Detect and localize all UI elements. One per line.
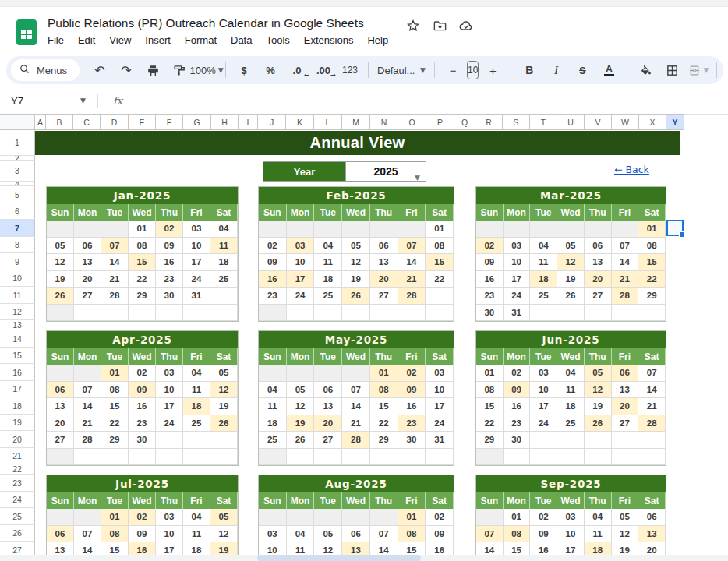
column-header-Y[interactable]: Y bbox=[666, 114, 684, 130]
day-header-fri[interactable]: Fri bbox=[612, 492, 639, 509]
calendar-day-cell[interactable]: 27 bbox=[314, 432, 342, 449]
calendar-day-cell[interactable]: 19 bbox=[557, 271, 585, 288]
calendar-day-cell[interactable]: 14 bbox=[476, 542, 504, 555]
calendar-day-cell[interactable]: 13 bbox=[314, 398, 342, 415]
calendar-day-cell[interactable]: 20 bbox=[47, 415, 74, 432]
row-header-15[interactable]: 15 bbox=[0, 348, 35, 364]
calendar-day-cell[interactable]: 23 bbox=[129, 415, 156, 432]
undo-button[interactable]: ↶ bbox=[87, 60, 112, 80]
day-header-wed[interactable]: Wed bbox=[342, 492, 370, 509]
calendar-blank-cell[interactable] bbox=[259, 365, 287, 382]
calendar-day-cell[interactable]: 08 bbox=[476, 382, 504, 399]
calendar-day-cell[interactable]: 12 bbox=[585, 382, 612, 399]
calendar-day-cell[interactable]: 21 bbox=[638, 398, 666, 415]
calendar-day-cell[interactable]: 10 bbox=[156, 526, 183, 543]
calendar-day-cell[interactable]: 18 bbox=[557, 398, 585, 415]
calendar-day-cell[interactable]: 09 bbox=[504, 382, 531, 399]
calendar-day-cell[interactable]: 22 bbox=[370, 415, 398, 432]
selected-cell-outline[interactable] bbox=[666, 220, 684, 236]
calendar-day-cell[interactable]: 21 bbox=[74, 415, 101, 432]
calendar-day-cell[interactable]: 09 bbox=[259, 254, 287, 271]
calendar-day-cell[interactable]: 02 bbox=[156, 221, 183, 238]
calendar-day-cell[interactable]: 24 bbox=[156, 415, 183, 432]
day-header-thu[interactable]: Thu bbox=[156, 492, 183, 509]
calendar-day-cell[interactable]: 01 bbox=[504, 509, 531, 526]
calendar-day-cell[interactable]: 08 bbox=[638, 238, 666, 255]
calendar-blank-cell[interactable] bbox=[476, 221, 504, 238]
calendar-day-cell[interactable]: 18 bbox=[183, 398, 210, 415]
column-header-S[interactable]: S bbox=[503, 114, 530, 130]
calendar-day-cell[interactable]: 19 bbox=[287, 415, 315, 432]
calendar-blank-cell[interactable] bbox=[426, 288, 454, 305]
calendar-day-cell[interactable]: 02 bbox=[530, 509, 557, 526]
calendar-day-cell[interactable]: 26 bbox=[287, 432, 315, 449]
row-header-17[interactable]: 17 bbox=[0, 381, 35, 397]
menu-help[interactable]: Help bbox=[367, 34, 388, 46]
number-format-button[interactable]: 123 bbox=[337, 60, 362, 80]
calendar-day-cell[interactable]: 10 bbox=[259, 542, 287, 555]
day-header-sun[interactable]: Sun bbox=[476, 492, 504, 509]
calendar-day-cell[interactable]: 28 bbox=[342, 432, 370, 449]
menu-tools[interactable]: Tools bbox=[266, 34, 289, 46]
calendar-day-cell[interactable]: 14 bbox=[74, 542, 101, 555]
star-icon[interactable] bbox=[405, 18, 421, 34]
month-title[interactable]: May-2025 bbox=[259, 331, 454, 348]
calendar-day-cell[interactable]: 16 bbox=[530, 542, 557, 555]
text-color-button[interactable]: A bbox=[596, 60, 621, 80]
day-header-wed[interactable]: Wed bbox=[557, 348, 585, 365]
calendar-day-cell[interactable]: 18 bbox=[183, 542, 210, 555]
calendar-blank-cell[interactable] bbox=[612, 432, 639, 449]
calendar-day-cell[interactable]: 24 bbox=[504, 288, 531, 305]
day-header-fri[interactable]: Fri bbox=[398, 204, 426, 221]
day-header-wed[interactable]: Wed bbox=[557, 492, 585, 509]
calendar-day-cell[interactable]: 11 bbox=[530, 254, 557, 271]
calendar-day-cell[interactable]: 27 bbox=[612, 415, 639, 432]
calendar-day-cell[interactable]: 07 bbox=[74, 382, 101, 399]
calendar-day-cell[interactable]: 07 bbox=[398, 238, 426, 255]
calendar-day-cell[interactable]: 30 bbox=[504, 432, 531, 449]
calendar-blank-cell[interactable] bbox=[585, 432, 612, 449]
calendar-day-cell[interactable]: 07 bbox=[476, 526, 504, 543]
calendar-blank-cell[interactable] bbox=[210, 449, 238, 466]
calendar-day-cell[interactable]: 30 bbox=[476, 305, 504, 322]
calendar-day-cell[interactable]: 13 bbox=[47, 542, 74, 555]
calendar-blank-cell[interactable] bbox=[47, 449, 74, 466]
column-header-P[interactable]: P bbox=[426, 114, 454, 130]
menu-edit[interactable]: Edit bbox=[78, 34, 95, 46]
calendar-day-cell[interactable]: 02 bbox=[129, 365, 156, 382]
day-header-sun[interactable]: Sun bbox=[47, 204, 74, 221]
calendar-day-cell[interactable]: 01 bbox=[398, 509, 426, 526]
calendar-day-cell[interactable]: 28 bbox=[101, 288, 129, 305]
menu-file[interactable]: File bbox=[48, 34, 64, 46]
calendar-day-cell[interactable]: 19 bbox=[47, 271, 74, 288]
day-header-tue[interactable]: Tue bbox=[530, 492, 557, 509]
calendar-day-cell[interactable]: 22 bbox=[426, 271, 454, 288]
calendar-day-cell[interactable]: 01 bbox=[476, 365, 504, 382]
day-header-sun[interactable]: Sun bbox=[259, 348, 287, 365]
calendar-day-cell[interactable]: 14 bbox=[398, 254, 426, 271]
row-header-21[interactable]: 21 bbox=[0, 448, 35, 464]
calendar-day-cell[interactable]: 16 bbox=[398, 398, 426, 415]
day-header-thu[interactable]: Thu bbox=[585, 348, 612, 365]
column-header-R[interactable]: R bbox=[475, 114, 503, 130]
calendar-blank-cell[interactable] bbox=[530, 432, 557, 449]
day-header-tue[interactable]: Tue bbox=[530, 348, 557, 365]
calendar-day-cell[interactable]: 20 bbox=[612, 398, 639, 415]
calendar-blank-cell[interactable] bbox=[342, 449, 370, 466]
calendar-day-cell[interactable]: 05 bbox=[585, 365, 612, 382]
calendar-day-cell[interactable]: 28 bbox=[638, 415, 666, 432]
calendar-blank-cell[interactable] bbox=[557, 432, 585, 449]
calendar-blank-cell[interactable] bbox=[314, 221, 342, 238]
column-header-F[interactable]: F bbox=[156, 114, 183, 130]
calendar-day-cell[interactable]: 10 bbox=[504, 254, 531, 271]
calendar-day-cell[interactable]: 23 bbox=[156, 271, 183, 288]
calendar-day-cell[interactable]: 12 bbox=[210, 382, 238, 399]
row-header-24[interactable]: 24 bbox=[0, 492, 35, 508]
calendar-day-cell[interactable]: 04 bbox=[183, 509, 210, 526]
calendar-day-cell[interactable]: 02 bbox=[398, 365, 426, 382]
day-header-sun[interactable]: Sun bbox=[259, 492, 287, 509]
strikethrough-button[interactable]: S bbox=[570, 60, 595, 80]
column-header-D[interactable]: D bbox=[101, 114, 129, 130]
day-header-thu[interactable]: Thu bbox=[370, 204, 398, 221]
calendar-day-cell[interactable]: 02 bbox=[129, 509, 156, 526]
